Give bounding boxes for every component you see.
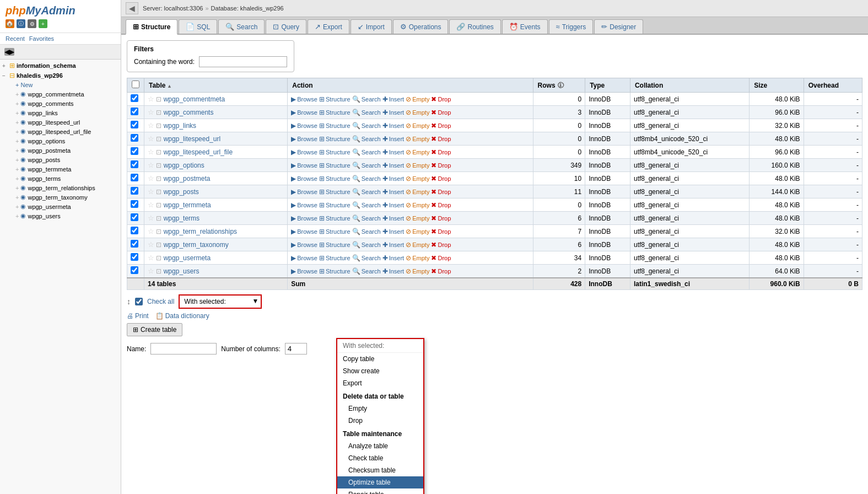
favorite-star-icon[interactable]: ☆: [148, 121, 154, 130]
filter-input[interactable]: [199, 56, 287, 67]
dropdown-item[interactable]: Optimize table: [337, 476, 423, 488]
favorite-star-icon[interactable]: ☆: [148, 267, 154, 275]
table-copy-icon[interactable]: ⊡: [156, 201, 161, 209]
sidebar-item-khaledis-wp296[interactable]: − ⊟ khaledis_wp296: [0, 71, 121, 80]
row-checkbox[interactable]: [131, 147, 138, 155]
favorite-star-icon[interactable]: ☆: [148, 227, 154, 235]
search-button[interactable]: 🔍 Search: [352, 95, 381, 103]
dropdown-item[interactable]: Repair table: [337, 488, 423, 494]
table-name-link[interactable]: wpgp_term_relationships: [164, 228, 237, 235]
browse-button[interactable]: ▶ Browse: [291, 241, 317, 249]
table-name-link[interactable]: wpgp_term_taxonomy: [164, 241, 229, 249]
browse-button[interactable]: ▶ Browse: [291, 267, 317, 275]
table-copy-icon[interactable]: ⊡: [156, 188, 161, 196]
table-name-link[interactable]: wpgp_users: [164, 267, 200, 275]
table-copy-icon[interactable]: ⊡: [156, 175, 161, 182]
drop-button[interactable]: ✖ Drop: [431, 188, 451, 196]
search-button[interactable]: 🔍 Search: [352, 162, 381, 169]
table-copy-icon[interactable]: ⊡: [156, 241, 161, 249]
structure-button[interactable]: ⊞ Structure: [319, 188, 351, 196]
drop-button[interactable]: ✖ Drop: [431, 109, 451, 116]
search-button[interactable]: 🔍 Search: [352, 109, 381, 116]
table-name-link[interactable]: wpgp_commentmeta: [164, 95, 225, 103]
dropdown-item[interactable]: Check table: [337, 452, 423, 464]
sidebar-item-wpgp-termmeta[interactable]: + ◉ wpgp_termmeta: [0, 164, 121, 174]
structure-button[interactable]: ⊞ Structure: [319, 148, 351, 156]
insert-button[interactable]: ✚ Insert: [382, 162, 405, 169]
table-name-link[interactable]: wpgp_postmeta: [164, 175, 211, 182]
sidebar-item-wpgp-terms[interactable]: + ◉ wpgp_terms: [0, 174, 121, 183]
browse-button[interactable]: ▶ Browse: [291, 95, 317, 103]
tab-operations[interactable]: ⚙ Operations: [393, 19, 449, 34]
row-checkbox[interactable]: [131, 253, 138, 261]
table-copy-icon[interactable]: ⊡: [156, 109, 161, 116]
structure-button[interactable]: ⊞ Structure: [319, 162, 351, 169]
browse-button[interactable]: ▶ Browse: [291, 162, 317, 169]
empty-button[interactable]: ⊘ Empty: [406, 267, 429, 275]
table-name-link[interactable]: wpgp_usermeta: [164, 254, 211, 262]
dropdown-item[interactable]: Checksum table: [337, 464, 423, 476]
drop-button[interactable]: ✖ Drop: [431, 135, 451, 143]
row-checkbox[interactable]: [131, 94, 138, 102]
table-copy-icon[interactable]: ⊡: [156, 228, 161, 235]
table-copy-icon[interactable]: ⊡: [156, 148, 161, 156]
browse-button[interactable]: ▶ Browse: [291, 254, 317, 262]
sidebar-item-information-schema[interactable]: + ⊞ information_schema: [0, 61, 121, 71]
dropdown-item[interactable]: Empty: [337, 402, 423, 415]
browse-button[interactable]: ▶ Browse: [291, 201, 317, 209]
dropdown-item[interactable]: Drop: [337, 415, 423, 427]
rows-info-icon[interactable]: 🛈: [557, 82, 564, 89]
columns-count-input[interactable]: [285, 343, 307, 355]
insert-button[interactable]: ✚ Insert: [382, 175, 405, 182]
sidebar-item-wpgp-options[interactable]: + ◉ wpgp_options: [0, 136, 121, 146]
search-button[interactable]: 🔍 Search: [352, 214, 381, 222]
drop-button[interactable]: ✖ Drop: [431, 241, 451, 249]
drop-button[interactable]: ✖ Drop: [431, 148, 451, 156]
sidebar-item-wpgp-posts[interactable]: + ◉ wpgp_posts: [0, 155, 121, 164]
sidebar-item-wpgp-commentmeta[interactable]: + ◉ wpgp_commentmeta: [0, 89, 121, 99]
search-button[interactable]: 🔍 Search: [352, 122, 381, 130]
table-copy-icon[interactable]: ⊡: [156, 267, 161, 275]
sidebar-item-new[interactable]: + New: [0, 80, 121, 89]
tab-export[interactable]: ↗ Export: [308, 19, 349, 34]
print-button[interactable]: 🖨 Print: [127, 312, 149, 320]
with-selected-select[interactable]: With selected:Copy tableShow createExpor…: [179, 294, 262, 309]
dropdown-item[interactable]: Analyze table: [337, 440, 423, 452]
table-name-link[interactable]: wpgp_posts: [164, 188, 199, 196]
structure-button[interactable]: ⊞ Structure: [319, 122, 351, 130]
tab-structure[interactable]: ⊞ Structure: [126, 19, 177, 35]
row-checkbox[interactable]: [131, 213, 138, 221]
structure-button[interactable]: ⊞ Structure: [319, 267, 351, 275]
table-name-link[interactable]: wpgp_comments: [164, 109, 214, 116]
empty-button[interactable]: ⊘ Empty: [406, 162, 429, 169]
table-copy-icon[interactable]: ⊡: [156, 135, 161, 143]
empty-button[interactable]: ⊘ Empty: [406, 241, 429, 249]
data-dictionary-button[interactable]: 📋 Data dictionary: [155, 312, 209, 320]
drop-button[interactable]: ✖ Drop: [431, 162, 451, 169]
empty-button[interactable]: ⊘ Empty: [406, 201, 429, 209]
tab-import[interactable]: ↙ Import: [351, 19, 392, 34]
table-copy-icon[interactable]: ⊡: [156, 95, 161, 103]
structure-button[interactable]: ⊞ Structure: [319, 109, 351, 116]
sidebar-item-wpgp-litespeed-url[interactable]: + ◉ wpgp_litespeed_url: [0, 117, 121, 127]
search-button[interactable]: 🔍 Search: [352, 135, 381, 143]
drop-button[interactable]: ✖ Drop: [431, 201, 451, 209]
drop-button[interactable]: ✖ Drop: [431, 254, 451, 262]
search-button[interactable]: 🔍 Search: [352, 267, 381, 275]
dropdown-item[interactable]: Show create: [337, 365, 423, 377]
dropdown-item[interactable]: Copy table: [337, 353, 423, 365]
row-checkbox[interactable]: [131, 187, 138, 195]
structure-button[interactable]: ⊞ Structure: [319, 95, 351, 103]
sidebar-toggle[interactable]: ◀▶: [4, 48, 14, 56]
empty-button[interactable]: ⊘ Empty: [406, 214, 429, 222]
browse-button[interactable]: ▶ Browse: [291, 175, 317, 182]
sidebar-item-wpgp-term-relationships[interactable]: + ◉ wpgp_term_relationships: [0, 183, 121, 192]
favorite-star-icon[interactable]: ☆: [148, 161, 154, 169]
search-button[interactable]: 🔍 Search: [352, 175, 381, 182]
structure-button[interactable]: ⊞ Structure: [319, 175, 351, 182]
sidebar-item-wpgp-users[interactable]: + ◉ wpgp_users: [0, 211, 121, 221]
row-checkbox[interactable]: [131, 200, 138, 208]
browse-button[interactable]: ▶ Browse: [291, 188, 317, 196]
table-name-input[interactable]: [150, 343, 217, 355]
structure-button[interactable]: ⊞ Structure: [319, 201, 351, 209]
